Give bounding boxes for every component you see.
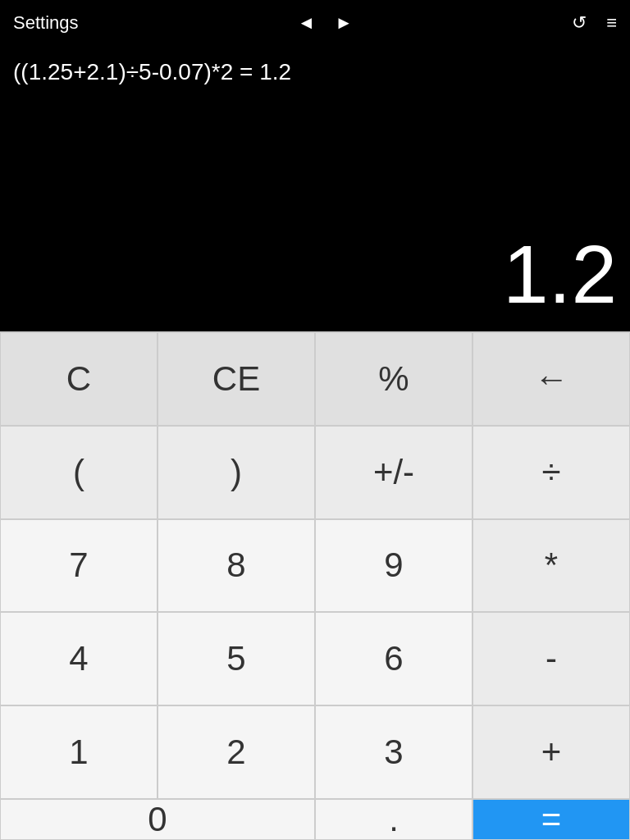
five-button[interactable]: 5	[158, 612, 315, 705]
zero-button[interactable]: 0	[0, 799, 315, 840]
two-button[interactable]: 2	[158, 705, 315, 799]
nav-controls: ◄ ►	[298, 12, 354, 34]
multiply-button[interactable]: *	[472, 519, 630, 613]
undo-icon[interactable]: ↺	[572, 12, 587, 34]
eight-button[interactable]: 8	[158, 519, 315, 613]
subtract-button[interactable]: -	[472, 612, 630, 705]
equals-button[interactable]: =	[472, 799, 630, 840]
four-button[interactable]: 4	[0, 612, 158, 705]
result-display: 1.2	[13, 233, 617, 315]
open-paren-button[interactable]: (	[0, 426, 158, 519]
add-button[interactable]: +	[472, 705, 630, 799]
expression-display: ((1.25+2.1)÷5-0.07)*2 = 1.2	[13, 59, 617, 85]
decimal-button[interactable]: .	[315, 799, 472, 840]
seven-button[interactable]: 7	[0, 519, 158, 613]
forward-icon[interactable]: ►	[335, 12, 353, 34]
close-paren-button[interactable]: )	[158, 426, 315, 519]
nine-button[interactable]: 9	[315, 519, 472, 613]
percent-button[interactable]: %	[315, 332, 472, 426]
six-button[interactable]: 6	[315, 612, 472, 705]
divide-button[interactable]: ÷	[472, 426, 630, 519]
plus-minus-button[interactable]: +/-	[315, 426, 472, 519]
keypad: C CE % ← ( ) +/- ÷ 7 8 9 * 4 5 6 - 1 2 3…	[0, 331, 630, 840]
top-bar: Settings ◄ ► ↺ ≡	[0, 0, 630, 46]
one-button[interactable]: 1	[0, 705, 158, 799]
display-area: ((1.25+2.1)÷5-0.07)*2 = 1.2 1.2	[0, 46, 630, 331]
three-button[interactable]: 3	[315, 705, 472, 799]
clear-button[interactable]: C	[0, 332, 158, 426]
action-controls: ↺ ≡	[572, 12, 617, 34]
menu-icon[interactable]: ≡	[606, 12, 617, 34]
back-icon[interactable]: ◄	[298, 12, 316, 34]
settings-label[interactable]: Settings	[13, 12, 79, 34]
backspace-button[interactable]: ←	[472, 332, 630, 426]
clear-entry-button[interactable]: CE	[158, 332, 315, 426]
